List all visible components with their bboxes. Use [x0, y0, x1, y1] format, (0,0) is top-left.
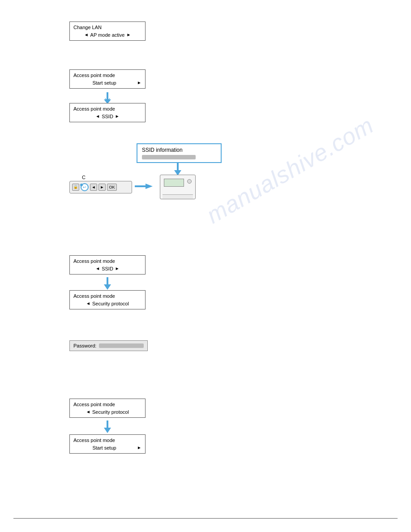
arrow-down-svg-1 [102, 91, 113, 104]
lcd-box-2-text: Start setup [73, 79, 135, 87]
lcd-box-3-title: Access point mode [73, 105, 141, 113]
horizontal-arrow [135, 182, 153, 192]
lcd-box-5: Access point mode ◄ Security protocol [69, 290, 146, 309]
lcd-box-4: Access point mode ◄ SSID ► [69, 255, 146, 275]
lcd-box-1-arrow-left: ◄ [84, 31, 89, 38]
svg-rect-1 [107, 92, 108, 100]
lcd-box-6-title: Access point mode [73, 401, 141, 408]
password-box: Password: [69, 340, 148, 351]
box6-container: Access point mode ◄ Security protocol [69, 399, 146, 436]
h-arrow-svg [135, 182, 153, 191]
printer-paper-slot [163, 194, 193, 199]
lcd-box-3-text: SSID [102, 113, 113, 120]
lcd-box-5-arrow-left: ◄ [86, 300, 90, 307]
svg-rect-3 [177, 163, 179, 171]
svg-marker-10 [104, 428, 111, 433]
svg-marker-6 [146, 184, 153, 189]
box2-container: Access point mode Start setup ► [69, 69, 146, 107]
svg-rect-5 [135, 185, 147, 187]
lcd-box-6-text: Security protocol [92, 408, 129, 416]
lcd-box-4-text: SSID [102, 265, 113, 273]
printer-screen [164, 179, 184, 187]
device-row: C 🔒 ↩ ◄ ► OK [69, 175, 222, 199]
arrow-down-2 [69, 277, 146, 290]
lcd-box-5-value: ◄ Security protocol [73, 300, 141, 308]
ssid-info-panel: SSID information [137, 143, 222, 163]
c-label: C [82, 175, 86, 180]
lcd-box-2-value: Start setup ► [73, 79, 141, 87]
ssid-illustration-area: SSID information C 🔒 ↩ ◄ [69, 143, 222, 199]
lcd-box-1-arrow-right: ► [126, 31, 131, 38]
lcd-box-1-text: AP mode active [90, 31, 125, 39]
box4-container: Access point mode ◄ SSID ► [69, 255, 146, 292]
page-container: manualshive.com Change LAN ◄ AP mode act… [0, 0, 411, 532]
lcd-box-4-arrow-left: ◄ [95, 265, 100, 272]
password-label: Password: [73, 343, 96, 348]
password-blurred [99, 343, 144, 348]
printer-body [160, 175, 196, 199]
lcd-box-2-title: Access point mode [73, 72, 141, 79]
lcd-box-3-arrow-right: ► [115, 113, 120, 120]
ctrl-left-btn[interactable]: ◄ [90, 184, 97, 191]
ssid-info-blurred [142, 155, 196, 159]
lcd-box-1-title: Change LAN [73, 24, 141, 31]
lcd-box-1-value: ◄ AP mode active ► [73, 31, 141, 39]
lcd-box-5-title: Access point mode [73, 292, 141, 300]
svg-rect-9 [107, 420, 108, 429]
lcd-box-7: Access point mode Start setup ► [69, 434, 146, 454]
lcd-box-6: Access point mode ◄ Security protocol [69, 399, 146, 418]
ssid-arrow-svg [172, 163, 183, 176]
box3-container: Access point mode ◄ SSID ► [69, 103, 146, 122]
arrow-down-1 [69, 91, 146, 104]
lcd-box-2-arrow-right: ► [137, 79, 141, 86]
lcd-box-3-arrow-left: ◄ [95, 113, 100, 120]
svg-rect-7 [107, 277, 108, 285]
lcd-box-7-text: Start setup [73, 444, 135, 452]
watermark: manualshive.com [202, 112, 378, 229]
box1-container: Change LAN ◄ AP mode active ► [69, 21, 146, 41]
bottom-divider [13, 518, 398, 519]
printer-body-wrapper [155, 175, 196, 199]
box5-container: Access point mode ◄ Security protocol [69, 290, 146, 309]
lcd-box-7-value: Start setup ► [73, 444, 141, 452]
lcd-box-4-title: Access point mode [73, 257, 141, 265]
printer-small-btn [187, 179, 192, 184]
svg-marker-8 [104, 284, 111, 290]
lcd-box-6-arrow-left: ◄ [86, 408, 90, 415]
lcd-box-4-arrow-right: ► [115, 265, 120, 272]
lcd-box-7-title: Access point mode [73, 437, 141, 444]
ctrl-lock-btn[interactable]: 🔒 [72, 184, 79, 191]
ctrl-panel: 🔒 ↩ ◄ ► OK [69, 181, 132, 193]
password-box-container: Password: [69, 340, 148, 351]
ctrl-ok-btn[interactable]: OK [107, 184, 117, 191]
arrow-down-svg-3 [102, 420, 113, 433]
lcd-box-4-value: ◄ SSID ► [73, 265, 141, 273]
lcd-box-3: Access point mode ◄ SSID ► [69, 103, 146, 122]
lcd-box-2: Access point mode Start setup ► [69, 69, 146, 89]
ctrl-right-btn[interactable]: ► [98, 184, 106, 191]
arrow-down-svg-2 [102, 277, 113, 290]
ctrl-panel-wrapper: C 🔒 ↩ ◄ ► OK [69, 181, 132, 193]
ssid-info-title: SSID information [142, 147, 216, 153]
lcd-box-5-text: Security protocol [92, 300, 129, 308]
lcd-box-7-arrow-right: ► [137, 444, 141, 451]
arrow-down-3 [69, 420, 146, 433]
lcd-box-3-value: ◄ SSID ► [73, 113, 141, 120]
box7-container: Access point mode Start setup ► [69, 434, 146, 454]
lcd-box-6-value: ◄ Security protocol [73, 408, 141, 416]
lcd-box-1: Change LAN ◄ AP mode active ► [69, 21, 146, 41]
